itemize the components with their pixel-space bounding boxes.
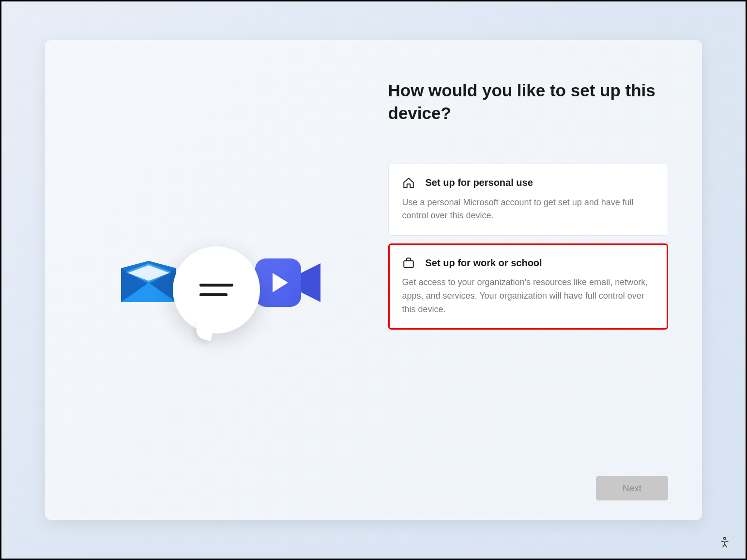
content-panel: How would you like to set up this device… [379,79,669,500]
illustration-panel [79,79,379,500]
accessibility-icon[interactable] [718,536,731,549]
option-personal-use[interactable]: Set up for personal use Use a personal M… [388,164,669,236]
mail-icon [117,258,180,307]
dialog-footer: Next [596,476,668,500]
video-icon [255,256,320,312]
option-personal-title: Set up for personal use [426,177,533,188]
option-work-description: Get access to your organization's resour… [402,276,655,317]
setup-illustration [117,242,320,338]
chat-bubble-icon [173,246,260,333]
setup-dialog: How would you like to set up this device… [45,40,702,520]
home-icon [402,177,415,189]
next-button[interactable]: Next [596,476,668,500]
svg-point-2 [724,537,726,539]
svg-rect-1 [404,261,413,268]
option-work-title: Set up for work or school [426,257,542,269]
briefcase-icon [402,257,415,269]
option-personal-description: Use a personal Microsoft account to get … [402,196,655,223]
page-title: How would you like to set up this device… [388,79,669,125]
option-work-school[interactable]: Set up for work or school Get access to … [388,243,669,330]
